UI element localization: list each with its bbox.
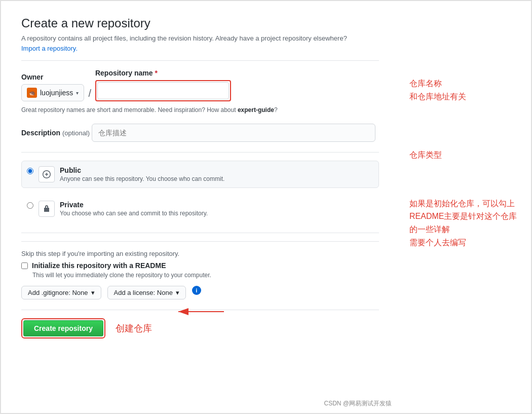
private-description: You choose who can see and commit to thi… xyxy=(60,210,208,217)
skip-note: Skip this step if you're importing an ex… xyxy=(21,250,379,257)
info-icon[interactable]: i xyxy=(192,286,201,295)
private-option: Private You choose who can see and commi… xyxy=(21,195,379,222)
private-info: Private You choose who can see and commi… xyxy=(60,201,208,217)
public-description: Anyone can see this repository. You choo… xyxy=(60,175,224,182)
page-description: A repository contains all project files,… xyxy=(21,34,379,42)
description-sublabel: (optional) xyxy=(62,129,90,137)
extra-options-row: Add .gitignore: None ▾ Add a license: No… xyxy=(21,286,379,299)
divider-1 xyxy=(21,60,379,61)
public-radio[interactable] xyxy=(27,168,33,174)
readme-desc: This will let you immediately clone the … xyxy=(32,272,379,279)
description-input[interactable] xyxy=(92,124,375,142)
create-section: Create repository 创建仓库 xyxy=(21,318,379,338)
repo-type-annotation-text: 仓库类型 xyxy=(409,148,521,162)
page-title: Create a new repository xyxy=(21,16,379,30)
import-link[interactable]: Import a repository. xyxy=(21,45,78,52)
license-select[interactable]: Add a license: None ▾ xyxy=(107,286,186,299)
watermark: CSDN @网易测试开发猿 xyxy=(324,399,392,408)
readme-annotation-text: 如果是初始化仓库，可以勾上README主要是针对这个仓库的一些详解需要个人去编写 xyxy=(409,197,521,249)
readme-checkbox-row: Initialize this repository with a README xyxy=(21,261,379,270)
private-radio[interactable] xyxy=(27,202,33,209)
create-label: 创建仓库 xyxy=(116,322,152,334)
annotation-panel: 仓库名称和仓库地址有关 仓库类型 如果是初始化仓库，可以勾上README主要是针… xyxy=(399,1,531,413)
owner-label: Owner xyxy=(21,73,84,81)
create-btn-wrapper: Create repository xyxy=(21,318,105,338)
suggestion-text: expert-guide xyxy=(238,106,274,114)
required-star: * xyxy=(155,69,157,77)
inspiration-text: Great repository names are short and mem… xyxy=(21,106,379,114)
dropdown-arrow: ▾ xyxy=(76,90,79,96)
divider-3 xyxy=(21,233,379,233)
owner-field-group: Owner 🦔 luojunjiess ▾ xyxy=(21,73,84,101)
divider-2 xyxy=(21,152,379,153)
gitignore-arrow: ▾ xyxy=(91,289,95,296)
readme-annotation: 如果是初始化仓库，可以勾上README主要是针对这个仓库的一些详解需要个人去编写 xyxy=(409,197,521,249)
readme-checkbox[interactable] xyxy=(21,262,28,269)
create-repository-button[interactable]: Create repository xyxy=(23,320,103,336)
repo-name-label: Repository name * xyxy=(95,69,231,77)
repo-name-annotation: 仓库名称和仓库地址有关 xyxy=(409,77,521,103)
page-container: Create a new repository A repository con… xyxy=(0,0,532,414)
license-label: Add a license: None xyxy=(114,289,173,296)
gitignore-label: Add .gitignore: None xyxy=(28,289,88,296)
repo-name-input[interactable] xyxy=(97,82,229,99)
repo-name-annotation-text: 仓库名称和仓库地址有关 xyxy=(409,77,521,103)
license-arrow: ▾ xyxy=(176,289,179,296)
public-info: Public Anyone can see this repository. Y… xyxy=(60,166,224,182)
repo-name-highlight-box xyxy=(95,80,231,101)
owner-avatar: 🦔 xyxy=(27,88,37,98)
owner-repo-row: Owner 🦔 luojunjiess ▾ / Repository name … xyxy=(21,69,379,101)
description-section: Description (optional) xyxy=(21,124,379,142)
bottom-divider xyxy=(21,310,379,310)
owner-dropdown[interactable]: 🦔 luojunjiess ▾ xyxy=(21,84,84,101)
gitignore-select[interactable]: Add .gitignore: None ▾ xyxy=(21,286,101,299)
main-content: Create a new repository A repository con… xyxy=(1,1,399,413)
repo-type-annotation: 仓库类型 xyxy=(409,148,521,162)
description-label: Description (optional) xyxy=(21,129,92,137)
public-option: Public Anyone can see this repository. Y… xyxy=(21,161,379,188)
repo-name-field-group: Repository name * xyxy=(95,69,231,101)
public-icon xyxy=(39,166,55,182)
visibility-section: Public Anyone can see this repository. Y… xyxy=(21,161,379,222)
owner-username: luojunjiess xyxy=(40,89,73,97)
readme-checkbox-label: Initialize this repository with a README xyxy=(32,261,166,270)
slash-separator: / xyxy=(88,88,91,101)
public-label: Public xyxy=(60,166,224,174)
private-label: Private xyxy=(60,201,208,209)
readme-section: Skip this step if you're importing an ex… xyxy=(21,241,379,299)
private-icon xyxy=(39,201,55,217)
